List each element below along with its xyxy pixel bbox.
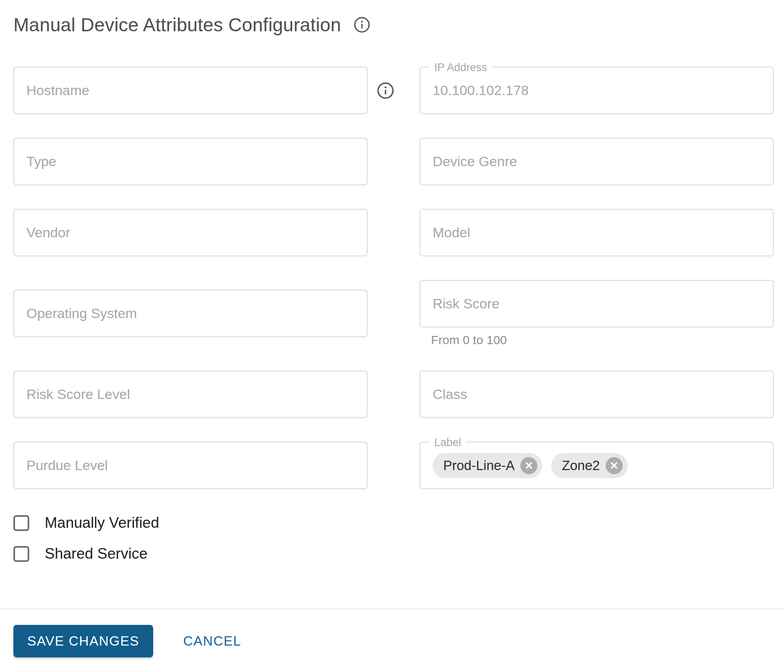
risk-score-input[interactable] [420, 280, 774, 327]
label-chip: Zone2 ✕ [551, 453, 628, 478]
risk-score-level-input[interactable] [13, 371, 368, 418]
checkbox-group: Manually Verified Shared Service [13, 514, 774, 562]
risk-score-cell: From 0 to 100 [420, 280, 774, 347]
chip-delete-icon[interactable]: ✕ [606, 457, 623, 474]
class-cell [420, 371, 774, 418]
operating-system-input[interactable] [13, 290, 368, 337]
shared-service-checkbox[interactable] [13, 546, 29, 562]
page-title: Manual Device Attributes Configuration [13, 14, 341, 36]
page-header: Manual Device Attributes Configuration [13, 14, 774, 36]
manual-device-attributes-panel: Manual Device Attributes Configuration [0, 0, 784, 657]
label-cell: Label Prod-Line-A ✕ Zone2 ✕ [420, 442, 774, 489]
manually-verified-label: Manually Verified [45, 514, 159, 531]
ip-address-label: IP Address [429, 61, 492, 74]
label-chip: Prod-Line-A ✕ [433, 453, 542, 478]
label-chips: Prod-Line-A ✕ Zone2 ✕ [433, 453, 628, 478]
device-genre-input[interactable] [420, 138, 774, 185]
purdue-level-cell [13, 442, 368, 489]
chip-delete-icon[interactable]: ✕ [520, 457, 537, 474]
chip-text: Zone2 [562, 458, 600, 473]
ip-address-cell: IP Address [420, 67, 774, 114]
hostname-input[interactable] [13, 67, 368, 114]
device-genre-cell [420, 138, 774, 185]
attributes-form: IP Address From 0 to 100 [13, 67, 774, 489]
label-field[interactable]: Label Prod-Line-A ✕ Zone2 ✕ [420, 442, 774, 489]
save-changes-button[interactable]: SAVE CHANGES [13, 625, 153, 657]
risk-score-helper-text: From 0 to 100 [431, 333, 774, 347]
footer-actions: SAVE CHANGES CANCEL [13, 625, 774, 657]
model-input[interactable] [420, 209, 774, 256]
hostname-info-icon[interactable] [377, 82, 394, 100]
manually-verified-row: Manually Verified [13, 514, 774, 531]
type-input[interactable] [13, 138, 368, 185]
ip-address-field: IP Address [420, 67, 774, 114]
cancel-button[interactable]: CANCEL [181, 633, 244, 649]
chip-text: Prod-Line-A [443, 458, 515, 473]
vendor-cell [13, 209, 368, 256]
shared-service-label: Shared Service [45, 545, 147, 562]
class-input[interactable] [420, 371, 774, 418]
manually-verified-checkbox[interactable] [13, 515, 29, 531]
risk-score-level-cell [13, 371, 368, 418]
title-info-icon[interactable] [353, 16, 370, 33]
label-field-label: Label [429, 436, 466, 449]
vendor-input[interactable] [13, 209, 368, 256]
footer-divider [0, 609, 784, 609]
purdue-level-input[interactable] [13, 442, 368, 489]
hostname-cell [13, 67, 368, 114]
type-cell [13, 138, 368, 185]
ip-address-input[interactable] [433, 82, 761, 98]
operating-system-cell [13, 290, 368, 337]
model-cell [420, 209, 774, 256]
shared-service-row: Shared Service [13, 545, 774, 562]
